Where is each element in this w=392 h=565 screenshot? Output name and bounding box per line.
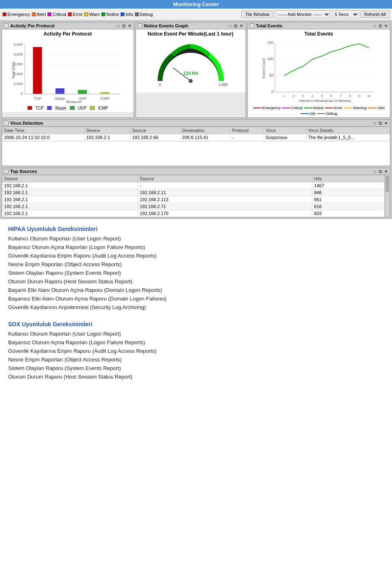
list-item: Başarısız Oturum Açma Raporları (Logon F…	[8, 244, 384, 250]
list-item: Nesne Erişim Raporları (Object Access Re…	[8, 356, 384, 363]
notice-panel-icon	[138, 23, 143, 28]
sox-section-title: SOX Uyumluluk Gereksinimleri	[8, 321, 384, 327]
virus-panel-title: Virus Detection	[10, 121, 43, 126]
emergency-label: Emergency	[7, 12, 30, 17]
top-sources-table-wrapper: Device Source Hits 192.168.2.1-1467192.1…	[2, 175, 390, 217]
top-sources-minimize-icon[interactable]: □	[373, 169, 377, 174]
col-destination: Destination	[180, 127, 230, 134]
svg-text:100: 100	[267, 57, 273, 61]
virus-close-icon[interactable]: ✕	[383, 121, 388, 126]
svg-text:1: 1	[283, 94, 285, 98]
total-events-panel-title: Total Events	[256, 23, 283, 28]
panel-controls: □ ⊡ ✕	[116, 24, 132, 28]
top-sources-close-icon[interactable]: ✕	[383, 169, 388, 174]
alert-dot	[32, 12, 36, 16]
table-row: 192.168.2.1192.168.2.170603	[2, 210, 390, 217]
table-row: 2006-10-24 11:32:10.0192.168.2.1192.168.…	[2, 134, 390, 141]
section-gap	[8, 313, 384, 321]
svg-text:7: 7	[340, 94, 342, 98]
svg-rect-13	[33, 47, 42, 94]
svg-text:124 Hit: 124 Hit	[183, 71, 198, 76]
error-line	[325, 108, 333, 108]
interval-select[interactable]: 5 Secs 10 Secs 30 Secs 1 Min	[332, 10, 359, 18]
svg-text:150: 150	[267, 40, 273, 45]
icmp-legend-label: ICMP	[98, 106, 108, 110]
debug-label: Debug	[140, 12, 153, 17]
critical-line	[282, 108, 290, 108]
activity-panel-body: Activity Per Protocol 5,000 4,000 3,000 …	[2, 29, 134, 112]
svg-text:2: 2	[293, 94, 295, 98]
col-virusdetails: Virus Details	[306, 127, 390, 134]
list-item: Kullanıcı Oturum Raporları (User Logon R…	[8, 331, 384, 337]
debug-line	[317, 113, 325, 114]
notice-panel-title: Notice Events Graph	[144, 23, 188, 28]
svg-text:6: 6	[330, 94, 332, 98]
critical-dot	[47, 12, 51, 16]
notice-line	[304, 108, 312, 108]
col-virus: Virus	[264, 127, 306, 134]
info-label: Info	[125, 12, 133, 17]
icmp-legend-box	[90, 106, 95, 110]
list-item: Oturum Durum Raporu (Host Session Status…	[8, 278, 384, 285]
gauge-container: 0 1,000 124 Hit	[138, 38, 244, 91]
add-monitor-select[interactable]: ------ Add Monitor ------	[275, 10, 330, 18]
notice-close-icon[interactable]: ✕	[239, 24, 244, 28]
tcp-legend-label: TCP	[36, 106, 44, 110]
refresh-all-button[interactable]: Refresh All	[361, 11, 390, 18]
top-sources-table: Device Source Hits 192.168.2.1-1467192.1…	[2, 175, 390, 217]
notice-panel-header: Notice Events Graph □ ⊡ ✕	[136, 22, 245, 29]
gauge-svg: 0 1,000 124 Hit	[154, 40, 227, 89]
scrollbar-thumb[interactable]	[385, 176, 389, 192]
notice-panel-body: Notice Event Per Minute(Last 1 hour) 0 1…	[136, 29, 245, 92]
title-label: Monitoring Center	[173, 1, 219, 7]
udp-legend-box	[70, 106, 75, 110]
activity-chart-legend: TCP Skype UDP ICMP	[4, 106, 132, 110]
virus-detection-table: Date Time Device Source Destination Prot…	[2, 127, 390, 141]
ts-col-device: Device	[2, 175, 138, 182]
restore-icon[interactable]: ⊡	[121, 24, 126, 28]
top-sources-title: Top Sources	[10, 169, 37, 174]
virus-panel-icon	[4, 121, 9, 126]
info-line	[301, 113, 309, 114]
svg-text:8: 8	[349, 94, 351, 98]
notice-label: Notice	[106, 12, 119, 17]
list-item: Güvenlik Kayıtlarına Erişim Raporu (Audi…	[8, 253, 384, 259]
list-item: Sistem Olayları Raporu (System Events Re…	[8, 365, 384, 371]
svg-text:9: 9	[359, 94, 361, 98]
emergency-line	[253, 108, 261, 108]
svg-rect-17	[78, 90, 87, 94]
virus-restore-icon[interactable]: ⊡	[378, 121, 383, 126]
scrollbar[interactable]	[384, 175, 390, 217]
minimize-icon[interactable]: □	[116, 24, 120, 28]
tile-window-button[interactable]: Tile Window	[241, 11, 273, 18]
warn-label: Warn	[89, 12, 100, 17]
notice-panel-controls: □ ⊡ ✕	[228, 24, 244, 28]
activity-panel-header: Activity Per Protocol □ ⊡ ✕	[2, 22, 134, 29]
notice-minimize-icon[interactable]: □	[228, 24, 232, 28]
legend-emergency: Emergency	[2, 12, 30, 17]
total-minimize-icon[interactable]: □	[373, 24, 377, 28]
total-events-icon	[249, 23, 254, 28]
close-icon[interactable]: ✕	[127, 24, 132, 28]
list-item: Sistem Olayları Raporu (System Events Re…	[8, 270, 384, 276]
svg-text:0: 0	[159, 83, 161, 87]
notice-restore-icon[interactable]: ⊡	[233, 24, 238, 28]
activity-chart-title: Activity Per Protocol	[4, 31, 132, 37]
dashboard-top-row: Activity Per Protocol □ ⊡ ✕ Activity Per…	[0, 20, 392, 119]
hipaa-items-list: Kullanıcı Oturum Raporları (User Logon R…	[8, 235, 384, 310]
activity-chart-svg: 5,000 4,000 3,000 2,000 1,000 0 Total (H…	[4, 38, 132, 103]
table-row: 192.168.2.1192.168.2.71616	[2, 203, 390, 210]
total-close-icon[interactable]: ✕	[383, 24, 388, 28]
virus-minimize-icon[interactable]: □	[373, 121, 377, 126]
svg-text:Interval in Minutes(Last 10 Mi: Interval in Minutes(Last 10 Minutes)	[299, 99, 351, 103]
error-dot	[68, 12, 72, 16]
total-events-panel-body: Total Events 150 100 50 0 Event Count 1 …	[248, 29, 390, 117]
udp-legend-label: UDP	[78, 106, 87, 110]
total-events-svg: 150 100 50 0 Event Count 1 2 3 4 5 6 7 8	[249, 38, 388, 103]
total-restore-icon[interactable]: ⊡	[378, 24, 383, 28]
ts-col-hits: Hits	[312, 175, 390, 182]
table-row: 192.168.2.1192.168.2.11848	[2, 189, 390, 196]
list-item: Güvenlik Kayıtlarına Erişim Raporu (Audi…	[8, 348, 384, 354]
top-sources-restore-icon[interactable]: ⊡	[378, 169, 383, 174]
total-events-legend: Emergency Critical Notice Error Warning	[249, 106, 388, 116]
